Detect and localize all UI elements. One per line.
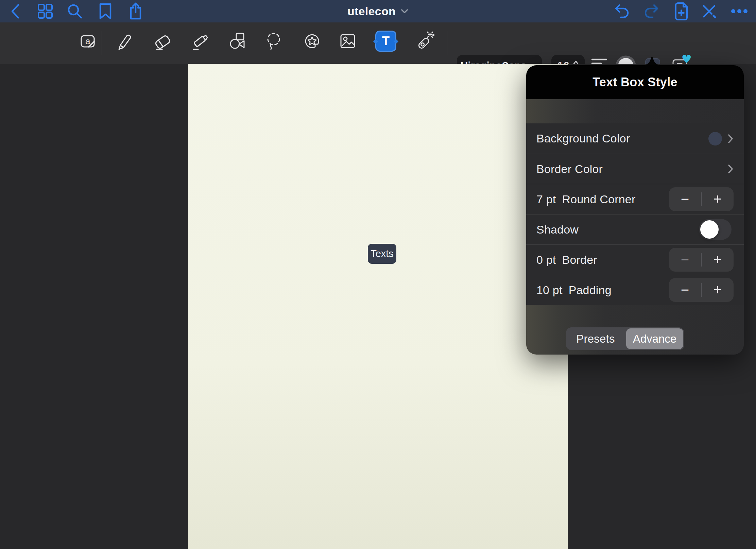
toggle-knob xyxy=(700,220,719,239)
round-corner-value: 7 pt xyxy=(536,193,556,206)
row-label: Border Color xyxy=(536,162,603,176)
row-border-color[interactable]: Border Color xyxy=(526,154,744,184)
tool-text-button[interactable]: T xyxy=(375,31,396,52)
shapes-icon xyxy=(228,31,248,51)
tool-lasso-button[interactable] xyxy=(261,29,286,53)
row-label: Border xyxy=(562,253,597,267)
search-icon xyxy=(67,3,83,19)
highlighter-icon xyxy=(189,31,210,52)
tool-image-button[interactable] xyxy=(336,29,360,53)
back-button[interactable] xyxy=(6,2,25,21)
share-icon xyxy=(128,2,143,20)
image-icon xyxy=(338,31,358,51)
document-title-label[interactable]: utelecon xyxy=(347,5,396,18)
text-tool-handle-right xyxy=(394,39,398,44)
back-chevron-icon xyxy=(10,3,20,19)
redo-icon xyxy=(643,3,660,20)
stop-editing-button[interactable] xyxy=(700,2,719,21)
round-corner-decrease-button[interactable]: − xyxy=(669,187,701,211)
pencil-cross-icon xyxy=(701,3,717,19)
row-background-color[interactable]: Background Color xyxy=(526,123,744,154)
popover-header: Text Box Style xyxy=(526,65,744,99)
text-box[interactable]: Texts xyxy=(368,244,396,264)
presets-tab[interactable]: Presets xyxy=(566,327,625,350)
popover-spacer xyxy=(526,99,744,123)
row-label: Background Color xyxy=(536,132,630,145)
text-tool-handle-left xyxy=(373,39,378,44)
advance-tab[interactable]: Advance xyxy=(626,328,683,349)
row-round-corner: 7 pt Round Corner − + xyxy=(526,184,744,214)
title-chevron-down-icon xyxy=(400,8,409,14)
popover-footer: Presets Advance xyxy=(526,305,744,355)
text-box-content: Texts xyxy=(371,248,394,259)
padding-value: 10 pt xyxy=(536,284,563,297)
row-label: Padding xyxy=(569,284,612,297)
tool-pointer-button[interactable] xyxy=(412,29,437,53)
eraser-icon xyxy=(152,31,173,52)
text-box-style-popover: Text Box Style Background Color Border C… xyxy=(526,65,744,355)
pages-overview-button[interactable] xyxy=(36,2,55,21)
grid-icon xyxy=(37,3,53,19)
row-label: Shadow xyxy=(536,223,579,236)
row-border-width: 0 pt Border − + xyxy=(526,244,744,275)
search-button[interactable] xyxy=(65,2,84,21)
pen-icon xyxy=(114,31,135,51)
readonly-icon: a xyxy=(78,31,97,51)
bookmark-button[interactable] xyxy=(96,2,115,21)
undo-icon xyxy=(613,3,630,20)
tool-eraser-button[interactable] xyxy=(150,29,175,53)
round-corner-increase-button[interactable]: + xyxy=(702,187,734,211)
lasso-icon xyxy=(263,31,284,52)
chevron-right-icon xyxy=(727,164,734,174)
bookmark-icon xyxy=(99,3,112,20)
redo-button[interactable] xyxy=(642,2,661,21)
presets-advance-segmented-control: Presets Advance xyxy=(566,327,684,350)
undo-button[interactable] xyxy=(612,2,631,21)
tool-highlighter-button[interactable] xyxy=(188,29,212,53)
tool-shapes-button[interactable] xyxy=(226,29,250,53)
border-width-increase-button[interactable]: + xyxy=(702,248,734,272)
tool-readonly-button[interactable]: a xyxy=(75,29,100,53)
current-background-color-swatch xyxy=(708,132,722,145)
toolbar-separator xyxy=(447,31,447,55)
shadow-toggle[interactable] xyxy=(699,219,732,240)
padding-decrease-button[interactable]: − xyxy=(669,278,701,302)
sticker-star-icon xyxy=(302,31,322,51)
add-page-button[interactable] xyxy=(672,2,691,21)
row-label: Round Corner xyxy=(562,193,636,206)
page[interactable]: Texts xyxy=(188,64,568,549)
style-options-list: Background Color Border Color 7 pt xyxy=(526,123,744,305)
tool-elements-button[interactable] xyxy=(300,29,324,53)
round-corner-stepper: − + xyxy=(669,187,734,211)
border-width-decrease-button[interactable]: − xyxy=(669,248,701,272)
padding-increase-button[interactable]: + xyxy=(702,278,734,302)
add-page-icon xyxy=(674,2,689,20)
more-button[interactable] xyxy=(730,2,749,21)
tool-pen-button[interactable] xyxy=(112,29,137,53)
laser-pointer-icon xyxy=(414,31,435,52)
svg-text:a: a xyxy=(85,36,90,46)
chevron-right-icon xyxy=(727,133,734,144)
goodnotes-app: utelecon xyxy=(0,0,756,549)
row-padding: 10 pt Padding − + xyxy=(526,275,744,305)
toolbar-separator xyxy=(102,31,102,55)
share-button[interactable] xyxy=(126,2,145,21)
border-width-value: 0 pt xyxy=(536,253,556,267)
navigation-bar: utelecon xyxy=(0,0,756,22)
popover-title: Text Box Style xyxy=(592,75,677,89)
popover-arrow xyxy=(641,56,663,66)
padding-stepper: − + xyxy=(669,278,734,302)
more-ellipsis-icon xyxy=(731,8,748,14)
row-shadow: Shadow xyxy=(526,214,744,244)
border-width-stepper: − + xyxy=(669,248,734,272)
text-tool-glyph: T xyxy=(382,34,390,48)
